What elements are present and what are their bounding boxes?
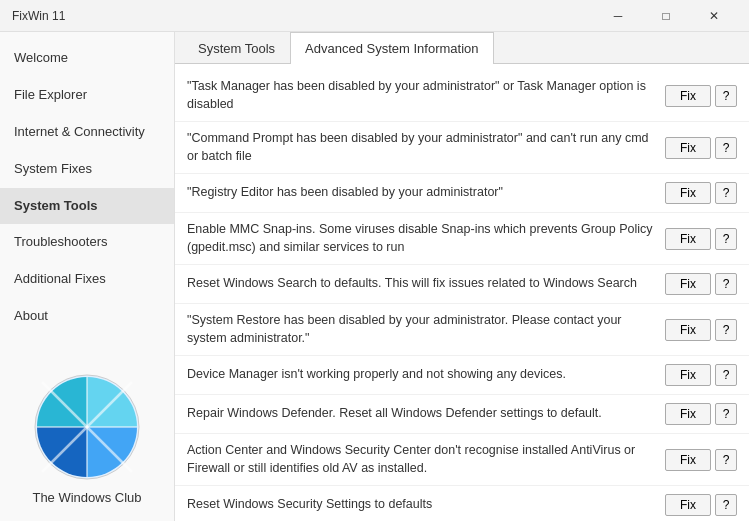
fix-item-4: Enable MMC Snap-ins. Some viruses disabl… [175, 213, 749, 265]
tabs-bar: System ToolsAdvanced System Information [175, 32, 749, 64]
fix-button-1[interactable]: Fix [665, 85, 711, 107]
fix-item-text-2: "Command Prompt has been disabled by you… [187, 130, 657, 165]
fix-items-list[interactable]: "Task Manager has been disabled by your … [175, 64, 749, 521]
minimize-button[interactable]: ─ [595, 0, 641, 32]
fix-item-text-10: Reset Windows Security Settings to defau… [187, 496, 657, 514]
help-button-2[interactable]: ? [715, 137, 737, 159]
sidebar-item-troubleshooters[interactable]: Troubleshooters [0, 224, 174, 261]
fix-button-7[interactable]: Fix [665, 364, 711, 386]
fix-button-2[interactable]: Fix [665, 137, 711, 159]
fix-item-text-5: Reset Windows Search to defaults. This w… [187, 275, 657, 293]
sidebar-item-internet-connectivity[interactable]: Internet & Connectivity [0, 114, 174, 151]
fix-item-6: "System Restore has been disabled by you… [175, 304, 749, 356]
sidebar-item-about[interactable]: About [0, 298, 174, 335]
close-button[interactable]: ✕ [691, 0, 737, 32]
fix-button-6[interactable]: Fix [665, 319, 711, 341]
fix-button-10[interactable]: Fix [665, 494, 711, 516]
fix-item-2: "Command Prompt has been disabled by you… [175, 122, 749, 174]
fix-buttons-4: Fix? [665, 228, 737, 250]
window-controls: ─ □ ✕ [595, 0, 737, 32]
fix-item-10: Reset Windows Security Settings to defau… [175, 486, 749, 521]
sidebar-item-welcome[interactable]: Welcome [0, 40, 174, 77]
fix-buttons-3: Fix? [665, 182, 737, 204]
fix-item-text-8: Repair Windows Defender. Reset all Windo… [187, 405, 657, 423]
main-layout: WelcomeFile ExplorerInternet & Connectiv… [0, 32, 749, 521]
fix-item-text-6: "System Restore has been disabled by you… [187, 312, 657, 347]
windows-club-logo [32, 372, 142, 482]
fix-item-text-3: "Registry Editor has been disabled by yo… [187, 184, 657, 202]
fix-buttons-2: Fix? [665, 137, 737, 159]
fix-buttons-7: Fix? [665, 364, 737, 386]
sidebar-logo-area: The Windows Club [0, 356, 174, 521]
fix-item-5: Reset Windows Search to defaults. This w… [175, 265, 749, 304]
title-bar: FixWin 11 ─ □ ✕ [0, 0, 749, 32]
help-button-4[interactable]: ? [715, 228, 737, 250]
fix-item-text-4: Enable MMC Snap-ins. Some viruses disabl… [187, 221, 657, 256]
fix-button-4[interactable]: Fix [665, 228, 711, 250]
help-button-8[interactable]: ? [715, 403, 737, 425]
sidebar-nav: WelcomeFile ExplorerInternet & Connectiv… [0, 32, 174, 356]
fix-item-text-9: Action Center and Windows Security Cente… [187, 442, 657, 477]
fix-item-7: Device Manager isn't working properly an… [175, 356, 749, 395]
fix-item-text-7: Device Manager isn't working properly an… [187, 366, 657, 384]
fix-item-text-1: "Task Manager has been disabled by your … [187, 78, 657, 113]
help-button-9[interactable]: ? [715, 449, 737, 471]
fix-buttons-10: Fix? [665, 494, 737, 516]
fix-button-8[interactable]: Fix [665, 403, 711, 425]
fix-buttons-9: Fix? [665, 449, 737, 471]
help-button-3[interactable]: ? [715, 182, 737, 204]
fix-button-9[interactable]: Fix [665, 449, 711, 471]
tab-advanced-system-info[interactable]: Advanced System Information [290, 32, 493, 64]
fix-item-9: Action Center and Windows Security Cente… [175, 434, 749, 486]
help-button-7[interactable]: ? [715, 364, 737, 386]
fix-button-5[interactable]: Fix [665, 273, 711, 295]
fix-buttons-5: Fix? [665, 273, 737, 295]
fix-buttons-1: Fix? [665, 85, 737, 107]
sidebar-item-file-explorer[interactable]: File Explorer [0, 77, 174, 114]
sidebar-item-system-tools[interactable]: System Tools [0, 188, 174, 225]
fix-buttons-6: Fix? [665, 319, 737, 341]
fix-item-3: "Registry Editor has been disabled by yo… [175, 174, 749, 213]
help-button-10[interactable]: ? [715, 494, 737, 516]
fix-item-1: "Task Manager has been disabled by your … [175, 70, 749, 122]
fix-item-8: Repair Windows Defender. Reset all Windo… [175, 395, 749, 434]
fix-buttons-8: Fix? [665, 403, 737, 425]
maximize-button[interactable]: □ [643, 0, 689, 32]
sidebar-item-additional-fixes[interactable]: Additional Fixes [0, 261, 174, 298]
logo-label: The Windows Club [32, 490, 141, 505]
help-button-6[interactable]: ? [715, 319, 737, 341]
help-button-5[interactable]: ? [715, 273, 737, 295]
sidebar: WelcomeFile ExplorerInternet & Connectiv… [0, 32, 175, 521]
fix-button-3[interactable]: Fix [665, 182, 711, 204]
content-area: System ToolsAdvanced System Information … [175, 32, 749, 521]
help-button-1[interactable]: ? [715, 85, 737, 107]
app-title: FixWin 11 [12, 9, 595, 23]
tab-system-tools[interactable]: System Tools [183, 32, 290, 64]
sidebar-item-system-fixes[interactable]: System Fixes [0, 151, 174, 188]
